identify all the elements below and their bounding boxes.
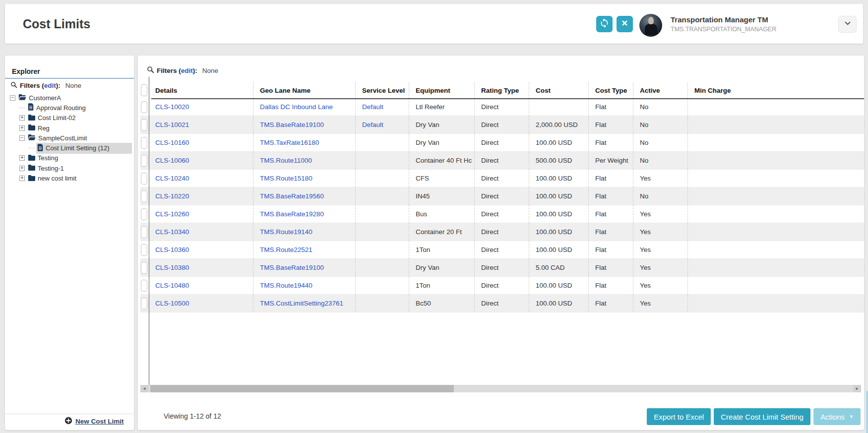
actions-button[interactable]: Actions▼ [813, 408, 861, 425]
column-header-service-level[interactable]: Service Level [355, 82, 409, 98]
geo-lane-link[interactable]: TMS.CostLimitSetting23761 [260, 300, 343, 307]
geo-lane-link[interactable]: TMS.Route15180 [260, 175, 312, 182]
column-header-cost-type[interactable]: Cost Type [588, 82, 633, 98]
expand-icon[interactable]: + [19, 166, 25, 171]
page-scrollbar-strip[interactable] [866, 391, 868, 433]
user-menu-button[interactable] [838, 16, 857, 33]
expand-icon[interactable]: + [19, 115, 25, 121]
row-checkbox[interactable] [141, 244, 147, 256]
details-link[interactable]: CLS-10380 [155, 264, 189, 271]
details-link[interactable]: CLS-10240 [155, 175, 189, 182]
row-checkbox[interactable] [141, 155, 147, 167]
scrollbar-thumb[interactable] [150, 385, 454, 392]
export-to-excel-button[interactable]: Export to Excel [647, 408, 711, 425]
details-link[interactable]: CLS-10260 [155, 210, 189, 218]
collapse-icon[interactable]: − [19, 135, 25, 141]
column-header-equipment[interactable]: Equipment [409, 82, 474, 98]
tree-item-samplecostlimit[interactable]: −SampleCostLimit [8, 133, 132, 143]
details-link[interactable]: CLS-10360 [155, 246, 189, 253]
row-checkbox[interactable] [141, 190, 147, 202]
scroll-left-arrow[interactable]: ◄ [140, 385, 148, 392]
geo-lane-link[interactable]: TMS.Route19440 [260, 282, 312, 289]
close-button[interactable] [617, 16, 633, 32]
geo-lane-link[interactable]: TMS.TaxRate16180 [260, 139, 319, 146]
row-select-gutter [140, 241, 149, 258]
equipment-value: Bc50 [416, 300, 431, 307]
geo-lane-link[interactable]: TMS.Route19140 [260, 228, 312, 236]
column-header-active[interactable]: Active [633, 82, 687, 98]
cost-value: 100.00 USD [536, 228, 572, 236]
details-link[interactable]: CLS-10021 [155, 121, 189, 128]
rating-type-value: Direct [481, 210, 498, 218]
tree-item-testing[interactable]: +Testing [8, 153, 132, 163]
cost-type-value: Flat [595, 103, 607, 111]
geo-lane-link[interactable]: TMS.BaseRate19560 [260, 192, 324, 200]
horizontal-scrollbar[interactable]: ◄ ► [140, 385, 861, 392]
row-checkbox[interactable] [141, 208, 147, 220]
row-checkbox[interactable] [141, 226, 147, 238]
table-row-cls-10500: CLS-10500TMS.CostLimitSetting23761Bc50Di… [140, 295, 864, 312]
row-checkbox[interactable] [141, 298, 147, 309]
cost-value: 500.00 USD [536, 157, 572, 164]
tree-item-reg[interactable]: +Reg [8, 123, 132, 133]
details-link[interactable]: CLS-10480 [155, 282, 189, 289]
filters-value: None [202, 67, 218, 74]
new-cost-limit-link[interactable]: New Cost Limit [64, 417, 124, 426]
details-link[interactable]: CLS-10020 [155, 103, 189, 111]
chevron-down-icon [843, 19, 852, 30]
tree-item-testing-1[interactable]: +Testing-1 [8, 163, 132, 173]
row-checkbox[interactable] [141, 137, 147, 149]
equipment-value: Bus [416, 210, 427, 218]
geo-lane-link[interactable]: TMS.Route22521 [260, 246, 312, 253]
geo-lane-link[interactable]: TMS.Route11000 [260, 157, 312, 164]
cost-type-value: Flat [595, 300, 607, 307]
geo-lane-link[interactable]: Dallas DC Inbound Lane [260, 103, 333, 111]
document-icon [37, 144, 43, 153]
tree-item-customera[interactable]: −CustomerA [8, 93, 132, 103]
column-header-min-charge[interactable]: Min Charge [687, 82, 864, 98]
column-header-rating-type[interactable]: Rating Type [474, 82, 529, 98]
expand-icon[interactable]: + [19, 176, 25, 181]
tree-item-new-cost-limit[interactable]: +new cost limit [8, 173, 132, 183]
tree-item-cost-limit-setting-12[interactable]: Cost Limit Setting (12) [8, 143, 132, 153]
row-checkbox[interactable] [141, 119, 147, 131]
tree-item-approval-routing[interactable]: Approval Routing [8, 103, 132, 113]
details-link[interactable]: CLS-10160 [155, 139, 189, 146]
scroll-right-arrow[interactable]: ► [853, 385, 861, 392]
filters-edit-link[interactable]: edit [44, 82, 56, 89]
equipment-value: Container 20 Ft [416, 228, 462, 236]
collapse-icon[interactable]: − [10, 95, 15, 101]
folder-icon [28, 154, 35, 162]
details-link[interactable]: CLS-10500 [155, 300, 189, 307]
expand-icon[interactable]: + [19, 155, 25, 161]
row-checkbox[interactable] [141, 262, 147, 274]
row-checkbox[interactable] [141, 101, 147, 113]
folder-open-icon [28, 134, 36, 142]
sidebar-filters: Filters (edit): None [10, 81, 81, 90]
geo-lane-link[interactable]: TMS.BaseRate19100 [260, 264, 324, 271]
column-header-cost[interactable]: Cost [529, 82, 588, 98]
details-link[interactable]: CLS-10060 [155, 157, 189, 164]
avatar[interactable] [639, 14, 662, 37]
equipment-value: Dry Van [416, 121, 439, 128]
refresh-button[interactable] [596, 16, 613, 32]
service-level-link[interactable]: Default [362, 103, 383, 111]
row-checkbox[interactable] [141, 280, 147, 292]
cost-type-value: Flat [595, 175, 607, 182]
table-row-cls-10260: CLS-10260TMS.BaseRate19280BusDirect100.0… [140, 205, 864, 223]
column-header-details[interactable]: Details [149, 82, 253, 98]
row-checkbox[interactable] [141, 173, 147, 185]
folder-icon [28, 175, 35, 183]
service-level-link[interactable]: Default [362, 121, 383, 128]
expand-icon[interactable]: + [19, 125, 25, 131]
tree-item-cost-limit-02[interactable]: +Cost Limit-02 [8, 113, 132, 123]
select-all-checkbox[interactable] [141, 84, 147, 96]
create-cost-limit-setting-button[interactable]: Create Cost Limit Setting [714, 408, 810, 425]
geo-lane-link[interactable]: TMS.BaseRate19280 [260, 210, 324, 218]
geo-lane-link[interactable]: TMS.BaseRate19100 [260, 121, 324, 128]
filters-edit-link[interactable]: edit [181, 67, 193, 74]
table-row-cls-10340: CLS-10340TMS.Route19140Container 20 FtDi… [140, 223, 864, 241]
column-header-geo-lane-name[interactable]: Geo Lane Name [253, 82, 355, 98]
details-link[interactable]: CLS-10340 [155, 228, 189, 236]
details-link[interactable]: CLS-10220 [155, 192, 189, 200]
